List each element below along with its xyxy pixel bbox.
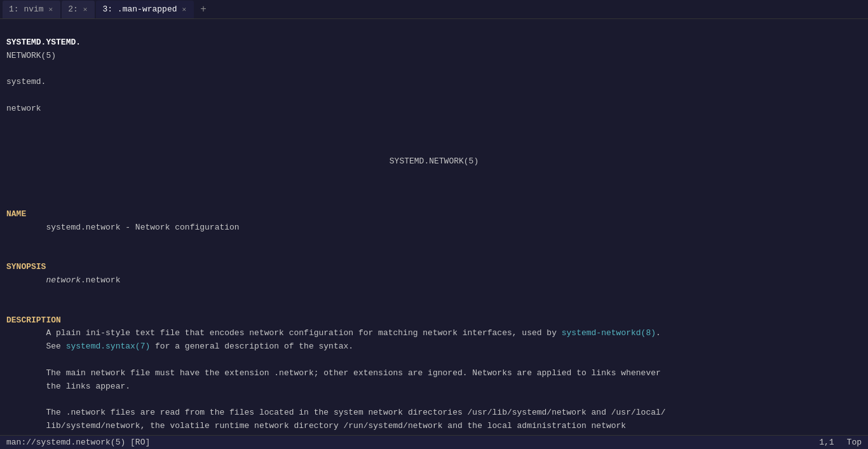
tab-1-label: 1: nvim bbox=[9, 4, 44, 14]
synopsis-heading: SYNOPSIS bbox=[6, 262, 46, 272]
tab-2-label: 2: bbox=[68, 4, 78, 14]
man-text: SYSTEMD.YSTEMD. NETWORK(5) systemd. netw… bbox=[0, 23, 868, 435]
header-left-bold2: YSTEMD. bbox=[46, 38, 81, 47]
description-heading: DESCRIPTION bbox=[6, 315, 61, 325]
name-heading: NAME bbox=[6, 209, 26, 219]
tab-add-button[interactable]: + bbox=[195, 4, 212, 15]
cursor-position: 1,1 bbox=[819, 438, 834, 447]
tab-3[interactable]: 3: .man-wrapped ✕ bbox=[96, 1, 194, 18]
tab-1[interactable]: 1: nvim ✕ bbox=[3, 1, 60, 18]
tab-3-label: 3: .man-wrapped bbox=[102, 4, 177, 14]
synopsis-content: network.network bbox=[6, 275, 120, 285]
tab-1-close[interactable]: ✕ bbox=[48, 4, 55, 14]
desc-para3: The .network files are read from the fil… bbox=[6, 408, 675, 435]
section-title-center: SYSTEMD.NETWORK(5) bbox=[6, 155, 862, 169]
tab-3-close[interactable]: ✕ bbox=[181, 4, 188, 14]
header-left-line2: NETWORK(5) bbox=[6, 51, 56, 60]
tab-2[interactable]: 2: ✕ bbox=[62, 1, 95, 18]
status-right: 1,1 Top bbox=[819, 438, 862, 447]
status-left-text: man://systemd.network(5) [RO] bbox=[6, 438, 150, 447]
status-bar: man://systemd.network(5) [RO] 1,1 Top bbox=[0, 435, 868, 449]
header-left-bold: SYSTEMD. bbox=[6, 38, 46, 47]
name-content: systemd.network - Network configuration bbox=[6, 223, 240, 232]
tab-2-close[interactable]: ✕ bbox=[82, 4, 89, 14]
header-center: systemd. bbox=[6, 77, 46, 86]
scroll-position: Top bbox=[847, 438, 862, 447]
link-syntax[interactable]: systemd.syntax(7) bbox=[66, 342, 151, 351]
man-page-content: SYSTEMD.YSTEMD. NETWORK(5) systemd. netw… bbox=[0, 19, 868, 435]
tab-bar: 1: nvim ✕ 2: ✕ 3: .man-wrapped ✕ + bbox=[0, 0, 868, 19]
desc-para2: The main network file must have the exte… bbox=[6, 368, 661, 391]
link-networkd[interactable]: systemd-networkd(8) bbox=[562, 328, 656, 338]
header-spacer1 bbox=[6, 64, 512, 73]
header-center-line2: network bbox=[6, 104, 41, 113]
desc-para1: A plain ini-style text file that encodes… bbox=[6, 328, 661, 351]
